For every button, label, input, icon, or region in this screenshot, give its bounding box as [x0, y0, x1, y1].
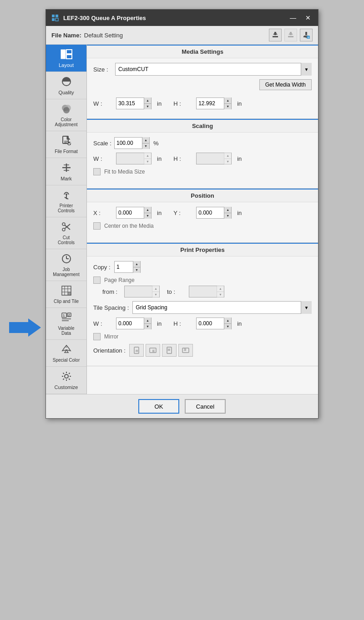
orient-rotate90-btn[interactable]: R	[146, 344, 160, 357]
position-x-field[interactable]	[116, 207, 144, 218]
from-input: ▲ ▼	[124, 286, 160, 297]
sidebar-item-quality[interactable]: Quality	[46, 72, 86, 99]
sidebar-item-label-fileformat: File Format	[55, 149, 78, 154]
svg-text:1: 1	[63, 313, 65, 318]
position-y-down[interactable]: ▼	[224, 213, 231, 219]
media-settings-header: Media Settings	[87, 45, 318, 58]
minimize-button[interactable]: —	[287, 13, 299, 22]
scale-unit: %	[153, 140, 159, 147]
tile-h-up[interactable]: ▲	[224, 318, 231, 324]
media-h-up[interactable]: ▲	[224, 97, 231, 104]
svg-rect-17	[66, 55, 72, 59]
scale-down[interactable]: ▼	[142, 143, 149, 149]
sidebar-item-layout[interactable]: Layout	[46, 45, 86, 72]
position-y-up[interactable]: ▲	[224, 207, 231, 213]
sidebar-item-label-color: ColorAdjustment	[55, 117, 77, 127]
to-down[interactable]: ▼	[217, 292, 224, 298]
from-down[interactable]: ▼	[152, 292, 159, 298]
scale-h-field[interactable]	[197, 153, 224, 164]
size-select[interactable]: CustomCUT A4 Letter Custom	[115, 63, 312, 76]
sidebar-item-clip-and-tile[interactable]: Clip and Tile	[46, 281, 86, 308]
close-button[interactable]: ✕	[303, 13, 313, 22]
sidebar-item-label-quality: Quality	[58, 90, 74, 95]
svg-marker-6	[273, 32, 278, 35]
upload-gray-button[interactable]	[284, 29, 297, 41]
media-settings-body: Size : CustomCUT A4 Letter Custom ▼	[87, 58, 318, 114]
page-range-checkbox[interactable]	[93, 277, 101, 284]
to-field[interactable]	[189, 286, 217, 297]
tile-w-spin: ▲ ▼	[144, 318, 151, 329]
cancel-button[interactable]: Cancel	[185, 399, 226, 414]
position-y-field[interactable]	[197, 207, 224, 218]
sidebar-item-label-mark: Mark	[61, 176, 71, 181]
sidebar-item-mark[interactable]: Mark	[46, 158, 86, 185]
orient-rotate270-btn[interactable]: R	[178, 344, 193, 357]
media-h-down[interactable]: ▼	[224, 104, 231, 110]
tile-w-field[interactable]	[116, 318, 144, 329]
mark-icon	[61, 163, 71, 174]
position-x-input: ▲ ▼	[116, 207, 152, 219]
mirror-checkbox[interactable]	[93, 333, 101, 340]
copy-down[interactable]: ▼	[133, 267, 140, 273]
scale-h-up[interactable]: ▲	[224, 153, 231, 159]
upload-button[interactable]	[269, 29, 282, 41]
media-w-down[interactable]: ▼	[144, 104, 151, 110]
fit-to-media-checkbox[interactable]	[93, 168, 101, 175]
to-input: ▲ ▼	[189, 286, 224, 297]
title-bar-controls: — ✕	[287, 13, 313, 22]
sidebar-item-special-color[interactable]: Special Color	[46, 340, 86, 367]
file-format-icon	[61, 136, 71, 147]
from-up[interactable]: ▲	[152, 286, 159, 292]
media-h-field[interactable]	[197, 98, 224, 109]
orient-portrait-btn[interactable]: R	[129, 344, 144, 357]
filename-label: File Name:	[51, 32, 81, 39]
tile-h-down[interactable]: ▼	[224, 324, 231, 330]
tile-h-field[interactable]	[197, 318, 224, 329]
app-icon	[51, 13, 60, 22]
orient-rotate180-btn[interactable]: R	[162, 344, 177, 357]
copy-up[interactable]: ▲	[133, 261, 140, 267]
ok-button[interactable]: OK	[138, 399, 179, 414]
scale-w-up[interactable]: ▲	[144, 153, 151, 159]
svg-line-35	[65, 224, 70, 229]
scale-h-unit: in	[237, 155, 242, 162]
tile-spacing-select[interactable]: Grid Spacing Equal Spacing Custom	[132, 301, 312, 314]
sidebar-item-file-format[interactable]: File Format	[46, 131, 86, 158]
svg-rect-3	[56, 18, 58, 21]
position-header: Position	[87, 189, 318, 202]
from-field[interactable]	[125, 286, 152, 297]
tile-w-down[interactable]: ▼	[144, 324, 151, 330]
page-range-row: Page Range	[93, 277, 312, 284]
tile-w-up[interactable]: ▲	[144, 318, 151, 324]
svg-text:+: +	[308, 36, 309, 39]
scale-h-down[interactable]: ▼	[224, 159, 231, 165]
sidebar-item-color-adjustment[interactable]: ColorAdjustment	[46, 99, 86, 131]
scale-up[interactable]: ▲	[142, 137, 149, 143]
scale-w-down[interactable]: ▼	[144, 159, 151, 165]
media-w-up[interactable]: ▲	[144, 97, 151, 104]
copy-field[interactable]	[115, 261, 133, 272]
copy-input: ▲ ▼	[114, 261, 141, 273]
center-on-media-checkbox[interactable]	[93, 222, 101, 230]
sidebar-item-job-management[interactable]: JobManagement	[46, 249, 86, 281]
tile-spacing-row: Tile Spacing : Grid Spacing Equal Spacin…	[93, 301, 312, 314]
tile-spacing-label: Tile Spacing :	[93, 304, 129, 311]
sidebar-item-cut-controls[interactable]: CutControls	[46, 217, 86, 249]
sidebar-item-customize[interactable]: Customize	[46, 367, 86, 394]
download-button[interactable]: +	[300, 29, 313, 41]
scale-w-field[interactable]	[116, 153, 144, 164]
svg-rect-11	[305, 32, 307, 35]
from-spin: ▲ ▼	[152, 286, 159, 297]
position-x-up[interactable]: ▲	[144, 207, 151, 213]
to-up[interactable]: ▲	[217, 286, 224, 292]
scale-field[interactable]	[115, 138, 142, 149]
get-media-width-button[interactable]: Get Media Width	[259, 79, 312, 90]
center-on-media-label: Center on the Media	[104, 223, 154, 229]
sidebar-item-variable-data[interactable]: 1 2 VariableData	[46, 308, 86, 340]
scaling-body: Scale : ▲ ▼ % W	[87, 133, 318, 184]
position-y-spin: ▲ ▼	[224, 207, 231, 219]
position-x-down[interactable]: ▼	[144, 213, 151, 219]
sidebar-item-printer-controls[interactable]: PrinterControls	[46, 185, 86, 217]
media-w-field[interactable]	[116, 98, 144, 109]
media-w-spin: ▲ ▼	[144, 97, 151, 109]
